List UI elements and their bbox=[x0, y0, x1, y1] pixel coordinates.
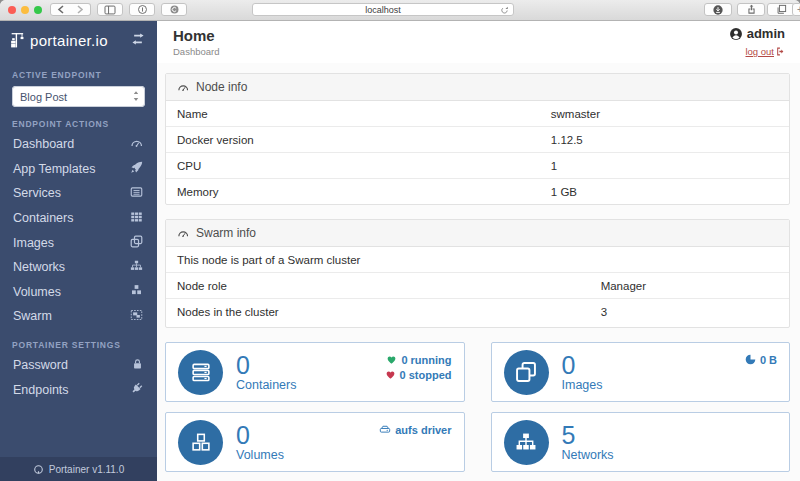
volumes-circle bbox=[178, 420, 223, 465]
sidebar-item-images[interactable]: Images bbox=[0, 230, 157, 255]
images-size: 0 B bbox=[745, 352, 777, 367]
sidebar-item-app-templates[interactable]: App Templates bbox=[0, 157, 157, 182]
exchange-icon[interactable] bbox=[131, 31, 145, 49]
swarm-info-panel: Swarm info This node is part of a Swarm … bbox=[165, 219, 790, 328]
sidebar-toggle-icon[interactable] bbox=[97, 3, 123, 16]
heart-red-icon bbox=[385, 370, 396, 380]
endpoint-select[interactable]: Blog Post bbox=[12, 86, 145, 107]
back-button[interactable] bbox=[50, 3, 71, 16]
networks-circle bbox=[504, 420, 549, 465]
rocket-icon bbox=[130, 161, 143, 177]
pie-chart-icon bbox=[745, 354, 756, 365]
containers-circle bbox=[178, 350, 223, 395]
sitemap-icon bbox=[515, 432, 537, 453]
logo-text: portainer.io bbox=[30, 32, 127, 49]
sidebar-item-containers[interactable]: Containers bbox=[0, 206, 157, 231]
node-info-panel: Node info Nameswmaster Docker version1.1… bbox=[165, 73, 790, 205]
lock-icon bbox=[132, 358, 143, 373]
select-stepper-icon bbox=[132, 90, 140, 104]
plug-icon bbox=[130, 382, 143, 398]
table-row: Docker version1.12.5 bbox=[166, 127, 789, 153]
table-row: CPU1 bbox=[166, 153, 789, 179]
containers-count: 0 bbox=[236, 353, 296, 377]
sidebar-footer[interactable]: Portainer v1.11.0 bbox=[0, 457, 157, 481]
extension-circle-icon[interactable] bbox=[161, 3, 187, 16]
sidebar-item-dashboard[interactable]: Dashboard bbox=[0, 132, 157, 157]
user-icon bbox=[729, 27, 743, 41]
main-content: Home Dashboard admin log out bbox=[157, 21, 800, 481]
images-card[interactable]: 0 Images 0 B bbox=[491, 342, 791, 402]
reader-circle-icon[interactable] bbox=[129, 3, 155, 16]
table-row: Node roleManager bbox=[166, 273, 789, 299]
stopped-status: 0 stopped bbox=[385, 367, 452, 382]
object-group-icon bbox=[130, 309, 143, 324]
sidebar: portainer.io ACTIVE ENDPOINT Blog Post E… bbox=[0, 21, 157, 481]
browser-chrome: localhost + bbox=[0, 0, 800, 21]
tachometer-icon bbox=[177, 228, 189, 239]
crane-logo-icon bbox=[9, 32, 26, 49]
table-row: Nodes in the cluster3 bbox=[166, 299, 789, 325]
hdd-icon bbox=[379, 424, 391, 435]
zoom-window-button[interactable] bbox=[34, 6, 42, 14]
networks-card[interactable]: 5 Networks bbox=[491, 412, 791, 472]
logout-link[interactable]: log out bbox=[745, 46, 785, 57]
clone-icon bbox=[130, 235, 143, 251]
endpoint-select-value: Blog Post bbox=[20, 91, 132, 103]
panel-title: Swarm info bbox=[196, 226, 256, 240]
downloads-button[interactable] bbox=[704, 3, 732, 16]
grid-icon bbox=[130, 211, 143, 226]
sign-out-icon bbox=[776, 47, 785, 56]
swarm-note: This node is part of a Swarm cluster bbox=[166, 247, 789, 273]
swarm-info-table: This node is part of a Swarm cluster Nod… bbox=[166, 247, 789, 324]
heart-green-icon bbox=[386, 355, 397, 365]
share-icon[interactable] bbox=[737, 3, 765, 16]
github-icon bbox=[33, 464, 44, 475]
browser-window: localhost + portainer.io bbox=[0, 0, 800, 481]
url-text: localhost bbox=[365, 5, 401, 15]
sidebar-item-swarm[interactable]: Swarm bbox=[0, 304, 157, 329]
user-menu[interactable]: admin bbox=[729, 26, 785, 41]
volumes-card[interactable]: 0 Volumes aufs driver bbox=[165, 412, 465, 472]
cubes-icon bbox=[190, 432, 212, 453]
cubes-icon bbox=[130, 284, 143, 299]
panel-title: Node info bbox=[196, 80, 247, 94]
dashboard-cards: 0 Containers 0 running 0 stopped bbox=[165, 342, 790, 472]
minimize-window-button[interactable] bbox=[21, 6, 29, 14]
sidebar-item-password[interactable]: Password bbox=[0, 353, 157, 378]
dashboard-content: Node info Nameswmaster Docker version1.1… bbox=[157, 63, 800, 472]
server-stack-icon bbox=[190, 362, 212, 383]
containers-card[interactable]: 0 Containers 0 running 0 stopped bbox=[165, 342, 465, 402]
table-row: This node is part of a Swarm cluster bbox=[166, 247, 789, 273]
node-info-table: Nameswmaster Docker version1.12.5 CPU1 M… bbox=[166, 101, 789, 204]
reload-icon[interactable] bbox=[500, 6, 509, 17]
sidebar-item-endpoints[interactable]: Endpoints bbox=[0, 377, 157, 402]
tab-overview-icon[interactable] bbox=[767, 3, 795, 16]
sidebar-item-volumes[interactable]: Volumes bbox=[0, 280, 157, 305]
images-count: 0 bbox=[562, 353, 603, 377]
sidebar-item-services[interactable]: Services bbox=[0, 181, 157, 206]
address-bar[interactable]: localhost bbox=[252, 3, 514, 16]
volumes-count: 0 bbox=[236, 423, 284, 447]
layers-icon bbox=[515, 361, 537, 383]
window-controls bbox=[8, 6, 42, 14]
volume-driver: aufs driver bbox=[379, 422, 451, 437]
list-icon bbox=[130, 186, 143, 201]
endpoint-actions-label: ENDPOINT ACTIONS bbox=[12, 119, 145, 129]
page-title: Home bbox=[173, 27, 219, 44]
sitemap-icon bbox=[130, 260, 143, 275]
close-window-button[interactable] bbox=[8, 6, 16, 14]
username: admin bbox=[747, 26, 785, 41]
tachometer-icon bbox=[130, 137, 143, 152]
sidebar-item-networks[interactable]: Networks bbox=[0, 255, 157, 280]
networks-count: 5 bbox=[562, 423, 614, 447]
running-status: 0 running bbox=[385, 352, 452, 367]
tachometer-icon bbox=[177, 82, 189, 93]
active-endpoint-label: ACTIVE ENDPOINT bbox=[12, 70, 145, 80]
table-row: Nameswmaster bbox=[166, 101, 789, 127]
portainer-logo[interactable]: portainer.io bbox=[0, 21, 157, 59]
portainer-settings-label: PORTAINER SETTINGS bbox=[12, 340, 145, 350]
images-circle bbox=[504, 350, 549, 395]
forward-button[interactable] bbox=[70, 3, 91, 16]
new-tab-button[interactable]: + bbox=[792, 3, 800, 16]
breadcrumb: Dashboard bbox=[173, 46, 219, 57]
